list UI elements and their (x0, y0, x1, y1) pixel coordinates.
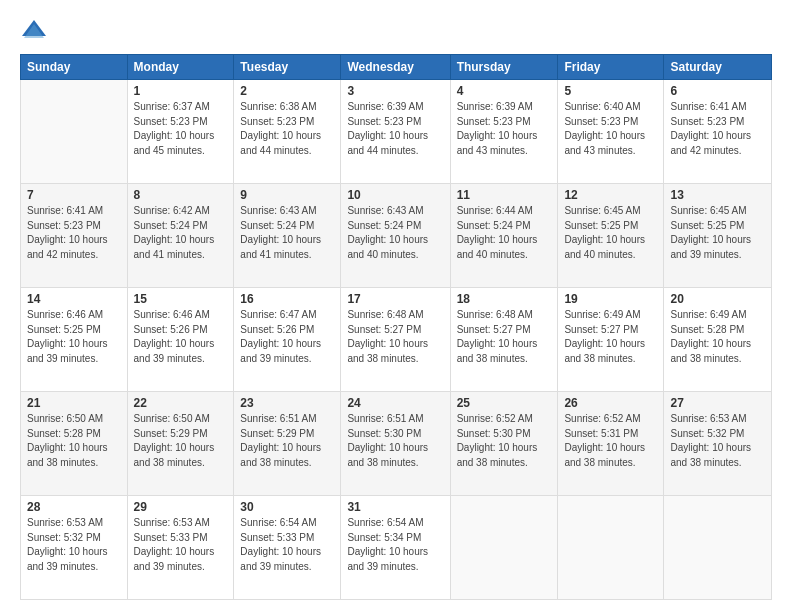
column-header-saturday: Saturday (664, 55, 772, 80)
day-info: Sunrise: 6:50 AM Sunset: 5:28 PM Dayligh… (27, 412, 121, 470)
day-info: Sunrise: 6:47 AM Sunset: 5:26 PM Dayligh… (240, 308, 334, 366)
day-info: Sunrise: 6:54 AM Sunset: 5:33 PM Dayligh… (240, 516, 334, 574)
calendar-cell: 27Sunrise: 6:53 AM Sunset: 5:32 PM Dayli… (664, 392, 772, 496)
day-number: 6 (670, 84, 765, 98)
day-info: Sunrise: 6:49 AM Sunset: 5:28 PM Dayligh… (670, 308, 765, 366)
day-number: 28 (27, 500, 121, 514)
day-number: 29 (134, 500, 228, 514)
calendar-cell: 13Sunrise: 6:45 AM Sunset: 5:25 PM Dayli… (664, 184, 772, 288)
day-info: Sunrise: 6:49 AM Sunset: 5:27 PM Dayligh… (564, 308, 657, 366)
calendar-cell: 7Sunrise: 6:41 AM Sunset: 5:23 PM Daylig… (21, 184, 128, 288)
calendar-cell: 6Sunrise: 6:41 AM Sunset: 5:23 PM Daylig… (664, 80, 772, 184)
day-number: 1 (134, 84, 228, 98)
calendar-row-4: 28Sunrise: 6:53 AM Sunset: 5:32 PM Dayli… (21, 496, 772, 600)
day-number: 3 (347, 84, 443, 98)
day-number: 5 (564, 84, 657, 98)
day-info: Sunrise: 6:46 AM Sunset: 5:26 PM Dayligh… (134, 308, 228, 366)
day-number: 12 (564, 188, 657, 202)
logo (20, 16, 52, 44)
calendar-cell (21, 80, 128, 184)
day-number: 20 (670, 292, 765, 306)
logo-icon (20, 16, 48, 44)
header-row: SundayMondayTuesdayWednesdayThursdayFrid… (21, 55, 772, 80)
calendar-row-3: 21Sunrise: 6:50 AM Sunset: 5:28 PM Dayli… (21, 392, 772, 496)
day-info: Sunrise: 6:51 AM Sunset: 5:29 PM Dayligh… (240, 412, 334, 470)
calendar-cell: 20Sunrise: 6:49 AM Sunset: 5:28 PM Dayli… (664, 288, 772, 392)
day-number: 17 (347, 292, 443, 306)
header (20, 16, 772, 44)
day-info: Sunrise: 6:46 AM Sunset: 5:25 PM Dayligh… (27, 308, 121, 366)
calendar-cell: 1Sunrise: 6:37 AM Sunset: 5:23 PM Daylig… (127, 80, 234, 184)
day-info: Sunrise: 6:40 AM Sunset: 5:23 PM Dayligh… (564, 100, 657, 158)
calendar-row-2: 14Sunrise: 6:46 AM Sunset: 5:25 PM Dayli… (21, 288, 772, 392)
calendar-cell: 14Sunrise: 6:46 AM Sunset: 5:25 PM Dayli… (21, 288, 128, 392)
day-info: Sunrise: 6:53 AM Sunset: 5:33 PM Dayligh… (134, 516, 228, 574)
calendar-cell: 30Sunrise: 6:54 AM Sunset: 5:33 PM Dayli… (234, 496, 341, 600)
calendar-cell: 16Sunrise: 6:47 AM Sunset: 5:26 PM Dayli… (234, 288, 341, 392)
day-info: Sunrise: 6:42 AM Sunset: 5:24 PM Dayligh… (134, 204, 228, 262)
calendar-cell: 23Sunrise: 6:51 AM Sunset: 5:29 PM Dayli… (234, 392, 341, 496)
column-header-sunday: Sunday (21, 55, 128, 80)
page: SundayMondayTuesdayWednesdayThursdayFrid… (0, 0, 792, 612)
day-info: Sunrise: 6:52 AM Sunset: 5:30 PM Dayligh… (457, 412, 552, 470)
calendar-cell: 22Sunrise: 6:50 AM Sunset: 5:29 PM Dayli… (127, 392, 234, 496)
calendar-cell (664, 496, 772, 600)
day-info: Sunrise: 6:52 AM Sunset: 5:31 PM Dayligh… (564, 412, 657, 470)
day-number: 25 (457, 396, 552, 410)
calendar-cell: 29Sunrise: 6:53 AM Sunset: 5:33 PM Dayli… (127, 496, 234, 600)
day-info: Sunrise: 6:39 AM Sunset: 5:23 PM Dayligh… (457, 100, 552, 158)
calendar-cell: 18Sunrise: 6:48 AM Sunset: 5:27 PM Dayli… (450, 288, 558, 392)
day-info: Sunrise: 6:45 AM Sunset: 5:25 PM Dayligh… (564, 204, 657, 262)
calendar-cell: 15Sunrise: 6:46 AM Sunset: 5:26 PM Dayli… (127, 288, 234, 392)
calendar-body: 1Sunrise: 6:37 AM Sunset: 5:23 PM Daylig… (21, 80, 772, 600)
day-info: Sunrise: 6:41 AM Sunset: 5:23 PM Dayligh… (670, 100, 765, 158)
day-info: Sunrise: 6:53 AM Sunset: 5:32 PM Dayligh… (27, 516, 121, 574)
calendar-cell: 12Sunrise: 6:45 AM Sunset: 5:25 PM Dayli… (558, 184, 664, 288)
day-number: 11 (457, 188, 552, 202)
day-number: 15 (134, 292, 228, 306)
column-header-tuesday: Tuesday (234, 55, 341, 80)
calendar-table: SundayMondayTuesdayWednesdayThursdayFrid… (20, 54, 772, 600)
calendar-cell: 5Sunrise: 6:40 AM Sunset: 5:23 PM Daylig… (558, 80, 664, 184)
calendar-cell: 4Sunrise: 6:39 AM Sunset: 5:23 PM Daylig… (450, 80, 558, 184)
day-number: 16 (240, 292, 334, 306)
day-number: 19 (564, 292, 657, 306)
day-number: 26 (564, 396, 657, 410)
column-header-monday: Monday (127, 55, 234, 80)
calendar-cell: 31Sunrise: 6:54 AM Sunset: 5:34 PM Dayli… (341, 496, 450, 600)
day-number: 31 (347, 500, 443, 514)
day-info: Sunrise: 6:48 AM Sunset: 5:27 PM Dayligh… (347, 308, 443, 366)
day-number: 13 (670, 188, 765, 202)
calendar-cell: 19Sunrise: 6:49 AM Sunset: 5:27 PM Dayli… (558, 288, 664, 392)
day-number: 22 (134, 396, 228, 410)
day-info: Sunrise: 6:50 AM Sunset: 5:29 PM Dayligh… (134, 412, 228, 470)
day-info: Sunrise: 6:54 AM Sunset: 5:34 PM Dayligh… (347, 516, 443, 574)
day-number: 21 (27, 396, 121, 410)
day-number: 24 (347, 396, 443, 410)
day-number: 4 (457, 84, 552, 98)
calendar-cell (558, 496, 664, 600)
calendar-cell: 11Sunrise: 6:44 AM Sunset: 5:24 PM Dayli… (450, 184, 558, 288)
day-info: Sunrise: 6:53 AM Sunset: 5:32 PM Dayligh… (670, 412, 765, 470)
day-number: 2 (240, 84, 334, 98)
calendar-cell (450, 496, 558, 600)
column-header-wednesday: Wednesday (341, 55, 450, 80)
day-number: 18 (457, 292, 552, 306)
day-info: Sunrise: 6:51 AM Sunset: 5:30 PM Dayligh… (347, 412, 443, 470)
day-number: 23 (240, 396, 334, 410)
day-number: 9 (240, 188, 334, 202)
day-info: Sunrise: 6:44 AM Sunset: 5:24 PM Dayligh… (457, 204, 552, 262)
calendar-cell: 26Sunrise: 6:52 AM Sunset: 5:31 PM Dayli… (558, 392, 664, 496)
day-number: 30 (240, 500, 334, 514)
day-info: Sunrise: 6:39 AM Sunset: 5:23 PM Dayligh… (347, 100, 443, 158)
column-header-friday: Friday (558, 55, 664, 80)
day-info: Sunrise: 6:38 AM Sunset: 5:23 PM Dayligh… (240, 100, 334, 158)
day-info: Sunrise: 6:41 AM Sunset: 5:23 PM Dayligh… (27, 204, 121, 262)
calendar-cell: 10Sunrise: 6:43 AM Sunset: 5:24 PM Dayli… (341, 184, 450, 288)
calendar-row-1: 7Sunrise: 6:41 AM Sunset: 5:23 PM Daylig… (21, 184, 772, 288)
day-number: 14 (27, 292, 121, 306)
calendar-cell: 17Sunrise: 6:48 AM Sunset: 5:27 PM Dayli… (341, 288, 450, 392)
day-number: 10 (347, 188, 443, 202)
day-info: Sunrise: 6:48 AM Sunset: 5:27 PM Dayligh… (457, 308, 552, 366)
calendar-cell: 2Sunrise: 6:38 AM Sunset: 5:23 PM Daylig… (234, 80, 341, 184)
